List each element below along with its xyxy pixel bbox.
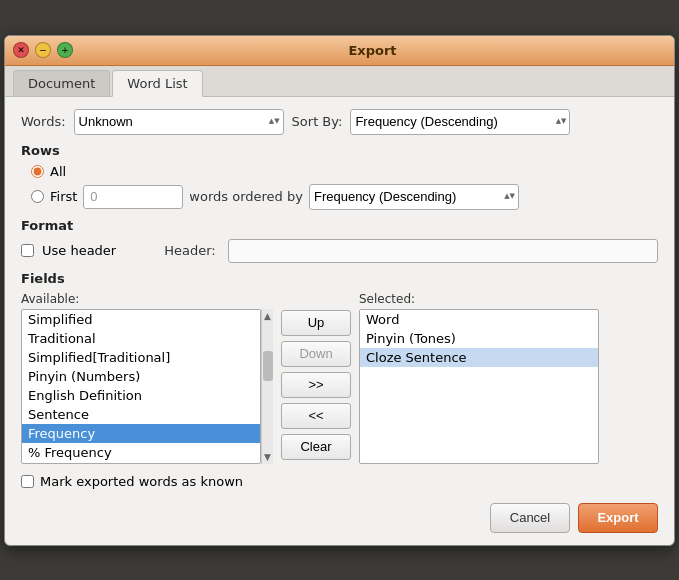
header-label: Header: — [164, 243, 216, 258]
first-radio-row: First words ordered by Frequency (Descen… — [21, 184, 658, 210]
use-header-label: Use header — [42, 243, 116, 258]
minimize-button[interactable]: − — [35, 42, 51, 58]
scrollbar-thumb — [263, 351, 273, 381]
cancel-button[interactable]: Cancel — [490, 503, 570, 533]
all-radio-row: All — [21, 164, 658, 179]
tab-content: Words: Unknown Sort By: Frequency (Desce… — [5, 97, 674, 545]
format-section: Format Use header Header: — [21, 218, 658, 263]
selected-list[interactable]: WordPinyin (Tones)Cloze Sentence — [359, 309, 599, 464]
remove-button[interactable]: << — [281, 403, 351, 429]
available-label: Available: — [21, 292, 273, 306]
available-scrollbar[interactable]: ▲ ▼ — [261, 309, 273, 464]
list-item[interactable]: Cloze Sentence — [360, 348, 598, 367]
header-input[interactable] — [228, 239, 658, 263]
tab-document[interactable]: Document — [13, 70, 110, 96]
words-select[interactable]: Unknown — [74, 109, 284, 135]
tab-word-list[interactable]: Word List — [112, 70, 202, 97]
mark-exported-label: Mark exported words as known — [40, 474, 243, 489]
add-button[interactable]: >> — [281, 372, 351, 398]
use-header-checkbox[interactable] — [21, 244, 34, 257]
action-buttons: Cancel Export — [21, 503, 658, 533]
available-list-container: SimplifiedTraditionalSimplified[Traditio… — [21, 309, 273, 464]
radio-all-label: All — [50, 164, 66, 179]
format-title: Format — [21, 218, 658, 233]
list-item[interactable]: English Definition — [22, 386, 260, 405]
sort-by-select[interactable]: Frequency (Descending) — [350, 109, 570, 135]
radio-all[interactable] — [31, 165, 44, 178]
export-button[interactable]: Export — [578, 503, 658, 533]
available-list[interactable]: SimplifiedTraditionalSimplified[Traditio… — [21, 309, 261, 464]
tab-bar: Document Word List — [5, 66, 674, 97]
fields-layout: Available: SimplifiedTraditionalSimplifi… — [21, 292, 658, 464]
list-item[interactable]: Pinyin (Tones) — [360, 329, 598, 348]
list-item[interactable]: Frequency — [22, 424, 260, 443]
list-item[interactable]: Traditional — [22, 329, 260, 348]
selected-label: Selected: — [359, 292, 599, 306]
window-title: Export — [79, 43, 666, 58]
freq-select[interactable]: Frequency (Descending) — [309, 184, 519, 210]
down-button[interactable]: Down — [281, 341, 351, 367]
list-item[interactable]: Word — [360, 310, 598, 329]
available-col: Available: SimplifiedTraditionalSimplifi… — [21, 292, 273, 464]
radio-first[interactable] — [31, 190, 44, 203]
fields-section: Fields Available: SimplifiedTraditionalS… — [21, 271, 658, 464]
list-item[interactable]: Sentence — [22, 405, 260, 424]
clear-button[interactable]: Clear — [281, 434, 351, 460]
words-label: Words: — [21, 114, 66, 129]
list-item[interactable]: Pinyin (Numbers) — [22, 367, 260, 386]
selected-col: Selected: WordPinyin (Tones)Cloze Senten… — [359, 292, 599, 464]
list-item[interactable]: Simplified — [22, 310, 260, 329]
rows-section: Rows All First words ordered by Frequenc… — [21, 143, 658, 210]
up-button[interactable]: Up — [281, 310, 351, 336]
mark-exported-checkbox[interactable] — [21, 475, 34, 488]
words-select-wrapper: Unknown — [74, 109, 284, 135]
sort-by-select-wrapper: Frequency (Descending) — [350, 109, 570, 135]
fields-title: Fields — [21, 271, 658, 286]
list-item[interactable]: Simplified[Traditional] — [22, 348, 260, 367]
list-item[interactable]: % Frequency — [22, 443, 260, 462]
close-button[interactable]: ✕ — [13, 42, 29, 58]
sort-by-label: Sort By: — [292, 114, 343, 129]
words-ordered-by-label: words ordered by — [189, 189, 303, 204]
words-row: Words: Unknown Sort By: Frequency (Desce… — [21, 109, 658, 135]
rows-title: Rows — [21, 143, 658, 158]
freq-select-wrapper: Frequency (Descending) — [309, 184, 519, 210]
first-count-input[interactable] — [83, 185, 183, 209]
field-buttons-col: Up Down >> << Clear — [281, 292, 351, 460]
titlebar: ✕ − + Export — [5, 36, 674, 66]
footer-row: Mark exported words as known — [21, 474, 658, 489]
radio-first-label: First — [50, 189, 77, 204]
export-dialog: ✕ − + Export Document Word List Words: U… — [4, 35, 675, 546]
maximize-button[interactable]: + — [57, 42, 73, 58]
format-row: Use header Header: — [21, 239, 658, 263]
